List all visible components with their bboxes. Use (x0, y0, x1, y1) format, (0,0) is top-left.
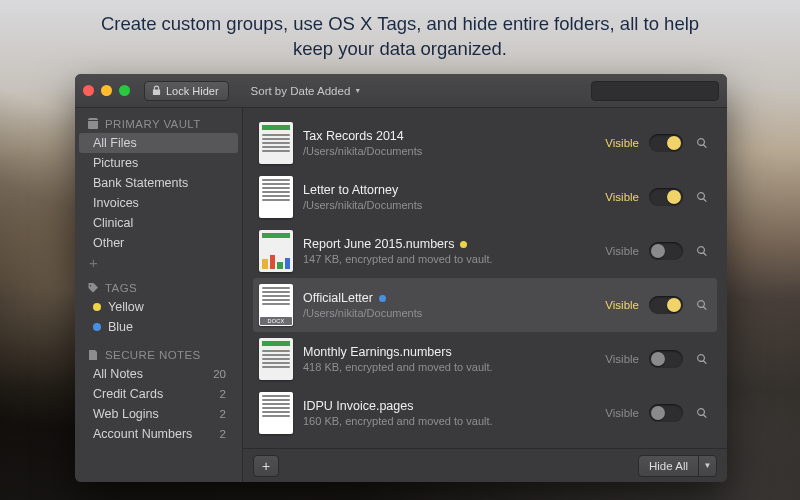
file-subtitle: 418 KB, encrypted and moved to vault. (303, 361, 585, 373)
tag-icon (87, 282, 99, 294)
file-meta: Report June 2015.numbers147 KB, encrypte… (303, 237, 585, 265)
file-thumbnail (259, 176, 293, 218)
reveal-in-finder-button[interactable] (693, 188, 711, 206)
file-name: Monthly Earnings.numbers (303, 345, 585, 359)
toggle-knob (667, 136, 681, 150)
section-header-primary-vault: PRIMARY VAULT (75, 114, 242, 133)
file-thumbnail (259, 122, 293, 164)
sidebar-item-label: All Notes (93, 367, 143, 381)
sidebar-note-web-logins[interactable]: Web Logins2 (79, 404, 238, 424)
lock-icon (152, 85, 161, 96)
file-subtitle: 160 KB, encrypted and moved to vault. (303, 415, 585, 427)
sidebar-item-count: 2 (220, 428, 226, 440)
file-meta: IDPU Invoice.pages160 KB, encrypted and … (303, 399, 585, 427)
visibility-label: Visible (595, 299, 639, 311)
file-meta: Monthly Earnings.numbers418 KB, encrypte… (303, 345, 585, 373)
notes-icon (87, 349, 99, 361)
sidebar-item-invoices[interactable]: Invoices (79, 193, 238, 213)
file-name: OfficialLetter (303, 291, 585, 305)
sidebar-tag-blue[interactable]: Blue (79, 317, 238, 337)
sidebar-item-label: Account Numbers (93, 427, 192, 441)
sidebar-item-label: Yellow (108, 300, 144, 314)
reveal-in-finder-button[interactable] (693, 296, 711, 314)
file-row[interactable]: Report June 2015.numbers147 KB, encrypte… (253, 224, 717, 278)
sort-menu[interactable]: Sort by Date Added ▼ (251, 85, 583, 97)
reveal-in-finder-button[interactable] (693, 350, 711, 368)
tag-color-dot (460, 241, 467, 248)
file-row[interactable]: Monthly Earnings.numbers418 KB, encrypte… (253, 332, 717, 386)
visibility-label: Visible (595, 407, 639, 419)
traffic-lights (83, 85, 130, 96)
sidebar-item-label: Other (93, 236, 124, 250)
search-input[interactable] (602, 85, 727, 97)
file-thumbnail (259, 392, 293, 434)
search-icon (696, 299, 708, 311)
reveal-in-finder-button[interactable] (693, 242, 711, 260)
app-window: Lock Hider Sort by Date Added ▼ PRIMARY … (75, 74, 727, 482)
add-group-button[interactable]: + (75, 253, 242, 272)
chevron-down-icon[interactable]: ▼ (698, 456, 716, 476)
hide-all-label: Hide All (639, 456, 698, 476)
sidebar-item-count: 2 (220, 408, 226, 420)
lock-hider-button[interactable]: Lock Hider (144, 81, 229, 101)
sidebar-item-count: 20 (213, 368, 226, 380)
visibility-toggle[interactable] (649, 134, 683, 152)
section-header-secure-notes: SECURE NOTES (75, 345, 242, 364)
sidebar-item-label: Clinical (93, 216, 133, 230)
sidebar-item-clinical[interactable]: Clinical (79, 213, 238, 233)
sidebar-item-label: Pictures (93, 156, 138, 170)
reveal-in-finder-button[interactable] (693, 404, 711, 422)
hide-all-button[interactable]: Hide All ▼ (638, 455, 717, 477)
toggle-knob (651, 352, 665, 366)
section-header-tags: TAGS (75, 278, 242, 297)
toggle-knob (651, 244, 665, 258)
zoom-icon[interactable] (119, 85, 130, 96)
sort-label: Sort by Date Added (251, 85, 351, 97)
sidebar-item-count: 2 (220, 388, 226, 400)
sidebar-note-all-notes[interactable]: All Notes20 (79, 364, 238, 384)
sidebar-item-other[interactable]: Other (79, 233, 238, 253)
sidebar-item-label: Web Logins (93, 407, 159, 421)
section-header-label: SECURE NOTES (105, 349, 201, 361)
visibility-toggle[interactable] (649, 296, 683, 314)
file-row[interactable]: IDPU Invoice.pages160 KB, encrypted and … (253, 386, 717, 440)
file-meta: Tax Records 2014/Users/nikita/Documents (303, 129, 585, 157)
file-name: Tax Records 2014 (303, 129, 585, 143)
visibility-label: Visible (595, 353, 639, 365)
close-icon[interactable] (83, 85, 94, 96)
add-file-button[interactable]: + (253, 455, 279, 477)
sidebar-note-account-numbers[interactable]: Account Numbers2 (79, 424, 238, 444)
sidebar-item-all-files[interactable]: All Files (79, 133, 238, 153)
main-pane: Tax Records 2014/Users/nikita/DocumentsV… (243, 108, 727, 482)
search-icon (696, 245, 708, 257)
sidebar-item-label: Blue (108, 320, 133, 334)
visibility-toggle[interactable] (649, 350, 683, 368)
visibility-label: Visible (595, 191, 639, 203)
sidebar-item-bank-statements[interactable]: Bank Statements (79, 173, 238, 193)
file-row[interactable]: Letter to Attorney/Users/nikita/Document… (253, 170, 717, 224)
sidebar-item-label: All Files (93, 136, 137, 150)
file-subtitle: /Users/nikita/Documents (303, 145, 585, 157)
toggle-knob (651, 406, 665, 420)
section-header-label: TAGS (105, 282, 137, 294)
sidebar-tag-yellow[interactable]: Yellow (79, 297, 238, 317)
sidebar-item-pictures[interactable]: Pictures (79, 153, 238, 173)
sidebar-note-credit-cards[interactable]: Credit Cards2 (79, 384, 238, 404)
reveal-in-finder-button[interactable] (693, 134, 711, 152)
file-row[interactable]: Tax Records 2014/Users/nikita/DocumentsV… (253, 116, 717, 170)
file-name: Letter to Attorney (303, 183, 585, 197)
sidebar-item-label: Invoices (93, 196, 139, 210)
visibility-toggle[interactable] (649, 404, 683, 422)
search-icon (696, 191, 708, 203)
footer-bar: + Hide All ▼ (243, 448, 727, 482)
marketing-tagline: Create custom groups, use OS X Tags, and… (0, 12, 800, 62)
lock-hider-label: Lock Hider (166, 85, 219, 97)
visibility-toggle[interactable] (649, 242, 683, 260)
visibility-toggle[interactable] (649, 188, 683, 206)
minimize-icon[interactable] (101, 85, 112, 96)
search-field[interactable] (591, 81, 719, 101)
sidebar: PRIMARY VAULT All FilesPicturesBank Stat… (75, 108, 243, 482)
visibility-label: Visible (595, 137, 639, 149)
file-row[interactable]: DOCXOfficialLetter/Users/nikita/Document… (253, 278, 717, 332)
tag-color-dot (93, 303, 101, 311)
